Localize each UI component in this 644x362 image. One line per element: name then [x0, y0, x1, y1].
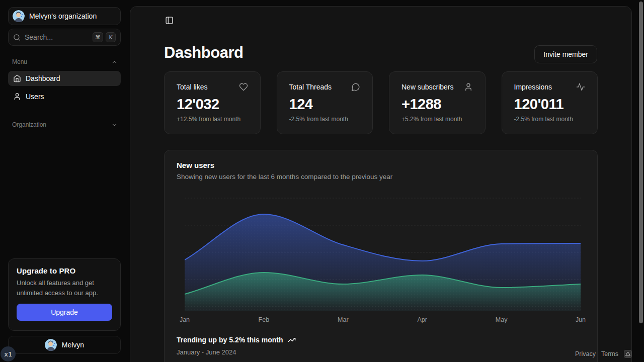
- privacy-link[interactable]: Privacy: [575, 350, 596, 357]
- sidebar-item-users[interactable]: Users: [8, 89, 121, 104]
- x-axis-label: Jun: [576, 316, 586, 323]
- trend-text: Trending up by 5.2% this month: [177, 336, 283, 344]
- stat-card-total-likes: Total likes 12'032 +12.5% from last mont…: [164, 71, 261, 134]
- upgrade-card: Upgrade to PRO Unlock all features and g…: [8, 258, 121, 331]
- organization-section-header: Organization: [12, 121, 118, 128]
- stat-label: Total Threads: [289, 83, 332, 91]
- user-name: Melvyn: [62, 341, 84, 349]
- page-scrollbar[interactable]: [639, 2, 643, 323]
- new-users-chart-card: New users Showing new users for the last…: [164, 150, 598, 362]
- org-name: Melvyn's organization: [29, 12, 97, 20]
- stat-card-impressions: Impressions 120'011 -2.5% from last mont…: [502, 71, 598, 134]
- stat-value: 124: [289, 96, 361, 113]
- user-avatar: [45, 339, 57, 351]
- menu-section-header: Menu: [12, 58, 118, 65]
- cmd-key: ⌘: [93, 32, 103, 42]
- stat-change: -2.5% from last month: [514, 116, 586, 123]
- stat-value: +1288: [401, 96, 473, 113]
- stat-card-new-subscribers: New subscribers +1288 +5.2% from last mo…: [389, 71, 486, 134]
- sidebar-toggle-button[interactable]: [162, 13, 176, 27]
- sidebar-item-label: Dashboard: [26, 74, 60, 82]
- stat-change: +5.2% from last month: [401, 116, 473, 123]
- stat-value: 120'011: [514, 96, 586, 113]
- invite-member-button[interactable]: Invite member: [534, 45, 597, 63]
- x-axis-label: Jan: [180, 316, 190, 323]
- heart-icon: [239, 82, 248, 92]
- home-icon: [13, 74, 21, 82]
- page-title: Dashboard: [164, 44, 243, 62]
- chart-x-axis: JanFebMarAprMayJun: [185, 316, 581, 323]
- terms-link[interactable]: Terms: [601, 350, 618, 357]
- chart-subtitle: Showing new users for the last 6 months …: [177, 173, 392, 180]
- main-panel: Dashboard Invite member Total likes 12'0…: [130, 6, 632, 362]
- panel-left-icon: [165, 16, 174, 25]
- search-icon: [13, 34, 21, 41]
- user-menu[interactable]: Melvyn: [8, 336, 121, 354]
- stat-value: 12'032: [177, 96, 248, 113]
- sidebar-item-label: Users: [26, 93, 44, 101]
- org-switcher[interactable]: Melvyn's organization: [8, 7, 121, 25]
- chevron-up-icon[interactable]: [111, 59, 118, 65]
- stats-row: Total likes 12'032 +12.5% from last mont…: [164, 71, 598, 134]
- upgrade-title: Upgrade to PRO: [17, 266, 112, 275]
- k-key: K: [106, 32, 116, 42]
- sidebar: Melvyn's organization Search... ⌘ K Menu…: [0, 0, 130, 362]
- corner-badge: x1: [1, 346, 16, 361]
- area-chart: [185, 197, 581, 311]
- chart-title: New users: [177, 161, 214, 169]
- legal-footer: Privacy Terms: [575, 350, 632, 358]
- upgrade-button[interactable]: Upgrade: [17, 304, 112, 321]
- upgrade-description: Unlock all features and get unlimited ac…: [17, 278, 112, 298]
- menu-section-label: Menu: [12, 58, 27, 65]
- chart-footer-range: January - June 2024: [177, 348, 236, 356]
- user-icon: [13, 93, 21, 101]
- x-axis-label: May: [496, 316, 508, 323]
- organization-section-label: Organization: [12, 121, 46, 128]
- stat-change: +12.5% from last month: [177, 116, 248, 123]
- sidebar-item-dashboard[interactable]: Dashboard: [8, 71, 121, 86]
- stat-label: New subscribers: [401, 83, 453, 91]
- user-icon: [464, 82, 473, 92]
- x-axis-label: Mar: [338, 316, 349, 323]
- x-axis-label: Feb: [259, 316, 270, 323]
- message-icon: [351, 82, 360, 92]
- chart-footer-trend: Trending up by 5.2% this month: [177, 336, 296, 344]
- activity-icon: [576, 82, 585, 92]
- app-root: Melvyn's organization Search... ⌘ K Menu…: [0, 0, 644, 362]
- chevron-down-icon[interactable]: [111, 122, 118, 128]
- stat-label: Total likes: [177, 83, 207, 91]
- triangle-icon: [625, 351, 630, 356]
- org-avatar: [13, 10, 25, 22]
- stat-label: Impressions: [514, 83, 552, 91]
- stat-change: -2.5% from last month: [289, 116, 361, 123]
- captcha-badge[interactable]: [624, 350, 632, 358]
- search-placeholder: Search...: [25, 33, 53, 41]
- x-axis-label: Apr: [417, 316, 427, 323]
- search-input[interactable]: Search... ⌘ K: [8, 29, 121, 46]
- trending-up-icon: [288, 336, 296, 344]
- search-shortcut: ⌘ K: [93, 32, 116, 42]
- stat-card-total-threads: Total Threads 124 -2.5% from last month: [277, 71, 373, 134]
